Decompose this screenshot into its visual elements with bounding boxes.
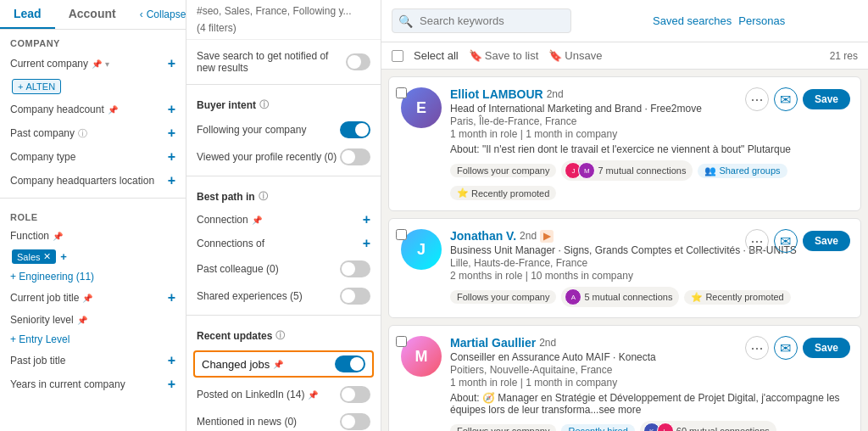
company-hq-filter[interactable]: Company headquarters location + <box>0 169 186 193</box>
best-path-label: Best path in <box>197 191 255 203</box>
following-company-label: Following your company <box>197 124 306 136</box>
add-company-type[interactable]: + <box>168 149 175 165</box>
select-all-label[interactable]: Select all <box>414 49 459 62</box>
search-input-wrap: 🔍 <box>392 8 646 33</box>
shared-experiences-label: Shared experiences (5) <box>197 290 303 302</box>
card-checkbox-jonathan[interactable] <box>396 229 407 240</box>
posted-linkedin-toggle[interactable] <box>340 386 370 403</box>
avatar-jonathan: J <box>401 229 442 270</box>
card-tags-martial: Follows your company Recently hired KL 6… <box>450 421 849 431</box>
active-filter-bar: #seo, Sales, France, Following y... (4 f… <box>186 0 381 40</box>
tab-lead[interactable]: Lead <box>0 0 55 29</box>
card-actions-elliot: ··· ✉ Save <box>745 87 850 111</box>
tab-account[interactable]: Account <box>55 0 130 29</box>
seniority-filter[interactable]: Seniority level 📌 <box>0 310 186 330</box>
recent-updates-info-icon: ⓘ <box>275 329 285 342</box>
recent-updates-heading: Recent updates ⓘ <box>186 321 381 347</box>
mentioned-news-toggle[interactable] <box>340 413 370 430</box>
message-jonathan[interactable]: ✉ <box>774 229 798 253</box>
more-options-jonathan[interactable]: ··· <box>745 229 769 253</box>
engineering-link[interactable]: + Engineering (11) <box>0 267 186 286</box>
sales-tag: Sales ✕ <box>12 249 56 264</box>
best-path-heading: Best path in ⓘ <box>186 182 381 208</box>
search-icon: 🔍 <box>398 14 413 28</box>
collapse-button[interactable]: ‹ Collapse <box>130 0 186 29</box>
middle-panel: #seo, Sales, France, Following y... (4 f… <box>186 0 381 431</box>
add-past-company[interactable]: + <box>168 126 175 141</box>
personas-link[interactable]: Personas <box>738 14 785 27</box>
add-connections-of[interactable]: + <box>363 236 370 251</box>
results-count: 21 res <box>830 50 858 62</box>
following-company-toggle[interactable] <box>340 121 370 138</box>
alten-tag-row: + ALTEN <box>0 76 186 98</box>
current-job-title-filter[interactable]: Current job title 📌 + <box>0 286 186 310</box>
viewed-profile-label: Viewed your profile recently (0) <box>197 151 337 163</box>
add-function[interactable]: + <box>60 250 67 263</box>
groups-icon: 👥 <box>704 165 716 176</box>
pin-icon5: 📌 <box>77 316 87 325</box>
remove-sales-tag[interactable]: ✕ <box>43 251 51 262</box>
message-martial[interactable]: ✉ <box>774 336 798 360</box>
tag-mutual-elliot: JM 7 mutual connections <box>561 160 693 181</box>
past-job-title-filter[interactable]: Past job title + <box>0 349 186 372</box>
avatar-elliot: E <box>401 87 442 128</box>
saved-searches-link[interactable]: Saved searches <box>653 14 732 27</box>
connection-row[interactable]: Connection 📌 + <box>186 208 381 232</box>
select-all-checkbox[interactable] <box>392 50 403 62</box>
save-to-list-button[interactable]: 🔖 Save to list <box>469 49 539 62</box>
role-section-title: Role <box>0 204 186 226</box>
company-section-title: Company <box>0 30 186 52</box>
pin-icon8: 📌 <box>308 390 318 400</box>
add-connection[interactable]: + <box>363 212 370 227</box>
message-elliot[interactable]: ✉ <box>774 87 798 111</box>
tag-shared-groups-elliot: 👥 Shared groups <box>698 164 787 178</box>
add-past-job-title[interactable]: + <box>168 353 175 368</box>
save-search-toggle[interactable] <box>346 53 370 70</box>
add-company-hq[interactable]: + <box>168 173 175 188</box>
card-tags-jonathan: Follows your company A 5 mutual connecti… <box>450 287 849 307</box>
unsave-button[interactable]: 🔖 Unsave <box>548 49 602 62</box>
add-years-current[interactable]: + <box>168 377 175 392</box>
pin-icon7: 📌 <box>273 360 283 369</box>
add-current-company[interactable]: + <box>168 56 175 71</box>
following-company-row: Following your company <box>186 116 381 143</box>
entry-level-link[interactable]: + Entry Level <box>0 330 186 349</box>
save-elliot[interactable]: Save <box>803 89 850 109</box>
save-martial[interactable]: Save <box>803 338 850 358</box>
search-input[interactable] <box>392 8 571 33</box>
company-headcount-filter[interactable]: Company headcount 📌 + <box>0 98 186 121</box>
company-hq-label: Company headquarters location <box>10 175 154 187</box>
card-actions-jonathan: ··· ✉ Save <box>745 229 850 253</box>
card-checkbox-martial[interactable] <box>396 336 407 347</box>
tag-promoted-elliot: ⭐ Recently promoted <box>450 186 556 200</box>
past-colleague-toggle[interactable] <box>340 260 370 277</box>
connections-of-row[interactable]: Connections of + <box>186 232 381 255</box>
company-type-filter[interactable]: Company type + <box>0 145 186 169</box>
past-company-filter[interactable]: Past company ⓘ + <box>0 121 186 145</box>
results-toolbar: Select all 🔖 Save to list 🔖 Unsave 21 re… <box>381 42 868 70</box>
best-path-info-icon: ⓘ <box>259 190 268 203</box>
alten-tag: + ALTEN <box>12 79 61 94</box>
mentioned-news-label: Mentioned in news (0) <box>197 416 297 428</box>
current-job-title-label: Current job title <box>10 292 79 304</box>
years-current-label: Years in current company <box>10 378 125 390</box>
card-actions-row-elliot: ··· ✉ Save <box>745 87 850 111</box>
card-actions-martial: ··· ✉ Save <box>745 336 850 360</box>
viewed-profile-toggle[interactable] <box>340 148 370 165</box>
shared-experiences-toggle[interactable] <box>340 288 370 305</box>
more-options-martial[interactable]: ··· <box>745 336 769 360</box>
card-checkbox-elliot[interactable] <box>396 87 407 98</box>
changed-jobs-toggle[interactable] <box>335 355 365 372</box>
active-filter-text: #seo, Sales, France, Following y... <box>197 5 352 17</box>
buyer-intent-label: Buyer intent <box>197 99 256 111</box>
pin-icon4: 📌 <box>82 294 92 303</box>
more-options-elliot[interactable]: ··· <box>745 87 769 111</box>
connections-of-label: Connections of <box>197 238 264 249</box>
save-search-header: Save search to get notified of new resul… <box>186 40 381 79</box>
add-headcount[interactable]: + <box>168 102 175 117</box>
years-current-filter[interactable]: Years in current company + <box>0 372 186 396</box>
save-jonathan[interactable]: Save <box>803 231 850 251</box>
current-company-filter[interactable]: Current company 📌 ▾ + <box>0 52 186 76</box>
function-filter[interactable]: Function 📌 <box>0 226 186 246</box>
add-job-title[interactable]: + <box>168 290 175 305</box>
